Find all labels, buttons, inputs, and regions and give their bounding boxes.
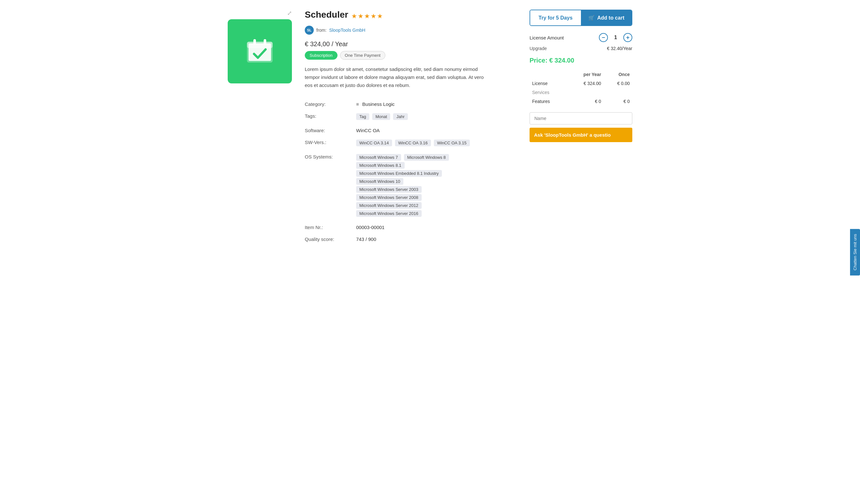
pricing-license-per-year: € 324.00 bbox=[567, 79, 604, 88]
sw-vers-value: WinCC OA 3.14 WinCC OA 3.16 WinCC OA 3.1… bbox=[356, 136, 517, 151]
price-total: Price: € 324.00 bbox=[530, 57, 632, 64]
category-label: Category: bbox=[305, 98, 356, 110]
tab-one-time[interactable]: One Time Payment bbox=[340, 51, 385, 60]
meta-row-category: Category: ≡ Business Logic bbox=[305, 98, 517, 110]
meta-table: Category: ≡ Business Logic Tags: Tag Mon… bbox=[305, 98, 517, 245]
pricing-row-services: Services bbox=[530, 88, 632, 97]
os-chip: Microsoft Windows Server 2012 bbox=[356, 202, 422, 209]
license-increment-button[interactable]: + bbox=[623, 33, 632, 42]
chat-bubble[interactable]: Chatten Sie mit uns bbox=[850, 229, 860, 255]
tag-chip: Monat bbox=[372, 113, 390, 120]
vendor-from-label: from: bbox=[316, 28, 327, 33]
pricing-header-once: Once bbox=[604, 70, 632, 79]
upgrade-row: Upgrade € 32.40/Year bbox=[530, 46, 632, 51]
tag-chip: Jahr bbox=[393, 113, 407, 120]
item-nr-label: Item Nr.: bbox=[305, 221, 356, 233]
pricing-header-label bbox=[530, 70, 567, 79]
meta-row-item-nr: Item Nr.: 00003-00001 bbox=[305, 221, 517, 233]
tags-value: Tag Monat Jahr bbox=[356, 110, 517, 124]
tag-chip: Tag bbox=[356, 113, 369, 120]
pricing-services-label: Services bbox=[530, 88, 567, 97]
os-chip: Microsoft Windows 8.1 bbox=[356, 162, 405, 169]
sw-ver-chip: WinCC OA 3.15 bbox=[434, 139, 470, 146]
software-label: Software: bbox=[305, 124, 356, 136]
quality-label: Quality score: bbox=[305, 233, 356, 245]
meta-row-sw-vers: SW-Vers.: WinCC OA 3.14 WinCC OA 3.16 Wi… bbox=[305, 136, 517, 151]
pricing-row-license: License € 324.00 € 0.00 bbox=[530, 79, 632, 88]
product-title: Scheduler bbox=[305, 10, 348, 20]
pricing-services-once bbox=[604, 88, 632, 97]
upgrade-label: Upgrade bbox=[530, 46, 547, 51]
os-chip: Microsoft Windows Server 2003 bbox=[356, 186, 422, 193]
svg-rect-3 bbox=[253, 39, 256, 45]
os-chip: Microsoft Windows 8 bbox=[404, 154, 449, 161]
os-chip: Microsoft Windows Server 2016 bbox=[356, 210, 422, 217]
name-input[interactable] bbox=[530, 112, 632, 124]
pricing-features-label: Features bbox=[530, 97, 567, 106]
pricing-license-once: € 0.00 bbox=[604, 79, 632, 88]
pricing-grid: per Year Once License € 324.00 € 0.00 Se… bbox=[530, 70, 632, 106]
license-stepper: − 1 + bbox=[599, 33, 632, 42]
pricing-header-per-year: per Year bbox=[567, 70, 604, 79]
meta-row-software: Software: WinCC OA bbox=[305, 124, 517, 136]
os-chip: Microsoft Windows 7 bbox=[356, 154, 401, 161]
pricing-license-label: License bbox=[530, 79, 567, 88]
action-buttons: Try for 5 Days 🛒 Add to cart bbox=[530, 10, 632, 26]
quality-value: 743 / 900 bbox=[356, 233, 517, 245]
license-decrement-button[interactable]: − bbox=[599, 33, 608, 42]
os-chip: Microsoft Windows Embedded 8.1 Industry bbox=[356, 170, 442, 177]
category-icon: ≡ bbox=[356, 101, 359, 107]
pricing-row-features: Features € 0 € 0 bbox=[530, 97, 632, 106]
product-description: Lorem ipsum dolor sit amet, consetetur s… bbox=[305, 65, 485, 89]
pricing-services-per-year bbox=[567, 88, 604, 97]
meta-row-tags: Tags: Tag Monat Jahr bbox=[305, 110, 517, 124]
os-systems-label: OS Systems: bbox=[305, 151, 356, 221]
category-value: ≡ Business Logic bbox=[356, 98, 517, 110]
tags-label: Tags: bbox=[305, 110, 356, 124]
price-line: € 324,00 / Year bbox=[305, 41, 517, 48]
software-value: WinCC OA bbox=[356, 124, 517, 136]
meta-row-os: OS Systems: Microsoft Windows 7 Microsof… bbox=[305, 151, 517, 221]
add-to-cart-button[interactable]: 🛒 Add to cart bbox=[581, 10, 632, 25]
star-rating: ★★★★★ bbox=[351, 12, 384, 20]
try-button[interactable]: Try for 5 Days bbox=[530, 10, 581, 25]
os-chip: Microsoft Windows 10 bbox=[356, 178, 403, 185]
vendor-name-link[interactable]: SloopTools GmbH bbox=[329, 28, 366, 33]
license-amount-value: 1 bbox=[612, 35, 619, 41]
product-image bbox=[228, 19, 292, 84]
pricing-features-per-year: € 0 bbox=[567, 97, 604, 106]
svg-rect-2 bbox=[247, 42, 273, 48]
os-systems-value: Microsoft Windows 7 Microsoft Windows 8 … bbox=[356, 151, 517, 221]
product-details: Scheduler ★★★★★ SL from: SloopTools GmbH… bbox=[305, 10, 517, 245]
vendor-avatar: SL bbox=[305, 26, 314, 35]
cart-icon: 🛒 bbox=[588, 15, 595, 21]
pricing-features-once: € 0 bbox=[604, 97, 632, 106]
sw-ver-chip: WinCC OA 3.16 bbox=[395, 139, 431, 146]
upgrade-value: € 32.40/Year bbox=[607, 46, 632, 51]
sw-ver-chip: WinCC OA 3.14 bbox=[356, 139, 392, 146]
vendor-row: SL from: SloopTools GmbH bbox=[305, 26, 517, 35]
meta-row-quality: Quality score: 743 / 900 bbox=[305, 233, 517, 245]
tab-subscription[interactable]: Subscription bbox=[305, 51, 338, 60]
os-chip: Microsoft Windows Server 2008 bbox=[356, 194, 422, 201]
payment-tabs: Subscription One Time Payment bbox=[305, 51, 517, 60]
svg-rect-4 bbox=[264, 39, 266, 45]
ask-question-button[interactable]: Ask 'SloopTools GmbH' a questio bbox=[530, 128, 632, 142]
share-icon[interactable]: ⤢ bbox=[287, 10, 292, 17]
sw-vers-label: SW-Vers.: bbox=[305, 136, 356, 151]
license-amount-row: License Amount − 1 + bbox=[530, 33, 632, 42]
license-amount-label: License Amount bbox=[530, 35, 564, 41]
product-sidebar: Try for 5 Days 🛒 Add to cart License Amo… bbox=[530, 10, 632, 245]
item-nr-value: 00003-00001 bbox=[356, 221, 517, 233]
